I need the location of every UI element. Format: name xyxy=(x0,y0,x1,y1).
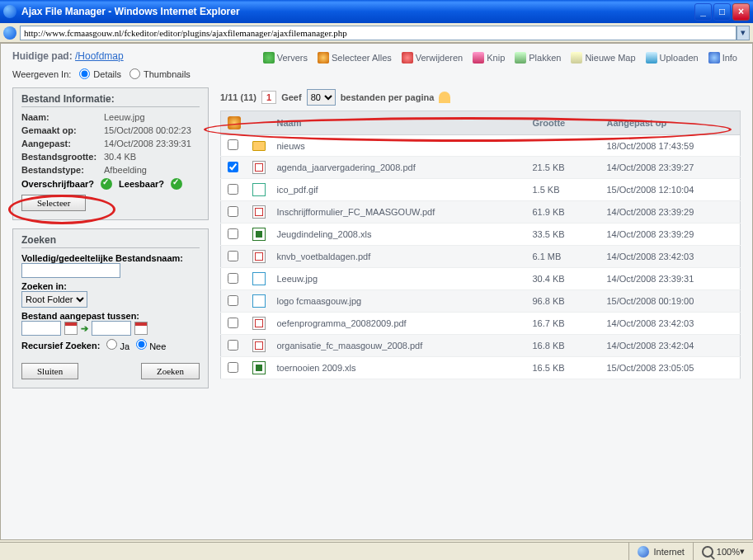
close-button[interactable]: Sluiten xyxy=(21,363,78,379)
row-checkbox[interactable] xyxy=(228,318,238,328)
table-row[interactable]: knvb_voetbaldagen.pdf6.1 MB14/Oct/2008 2… xyxy=(221,246,741,268)
row-checkbox[interactable] xyxy=(228,273,238,284)
file-modified: 14/Oct/2008 23:39:29 xyxy=(600,224,741,246)
status-bar: Internet 100% ▾ xyxy=(0,542,753,560)
new-folder-button[interactable]: Nieuwe Map xyxy=(567,50,638,65)
table-row[interactable]: toernooien 2009.xls16.5 KB15/Oct/2008 23… xyxy=(221,357,741,379)
table-row[interactable]: Jeugdindeling_2008.xls33.5 KB14/Oct/2008… xyxy=(221,224,741,246)
search-filename-input[interactable] xyxy=(21,263,120,278)
pager-current-page[interactable]: 1 xyxy=(261,91,276,104)
magnifier-icon xyxy=(702,546,713,558)
pager: 1/11 (11) 1 Geef 80 bestanden per pagina xyxy=(220,87,741,111)
arrow-right-icon: ➔ xyxy=(81,323,88,334)
file-size: 61.9 KB xyxy=(526,201,600,224)
table-row[interactable]: oefenprogramma_20082009.pdf16.7 KB14/Oct… xyxy=(221,313,741,335)
row-checkbox[interactable] xyxy=(228,251,238,261)
jpg-icon xyxy=(252,272,266,285)
file-size: 33.5 KB xyxy=(526,224,600,246)
new-folder-icon xyxy=(571,52,582,64)
file-name: knvb_voetbaldagen.pdf xyxy=(271,246,526,268)
table-row[interactable]: ico_pdf.gif1.5 KB15/Oct/2008 12:10:04 xyxy=(221,179,741,201)
file-size: 96.8 KB xyxy=(526,290,600,313)
search-folder-select[interactable]: Root Folder xyxy=(21,291,87,308)
check-icon xyxy=(171,178,182,190)
col-name[interactable]: Naam xyxy=(271,111,526,135)
cut-icon xyxy=(473,52,484,64)
zoom-control[interactable]: 100% ▾ xyxy=(693,543,753,560)
file-modified: 15/Oct/2008 00:19:00 xyxy=(600,290,741,313)
upload-icon xyxy=(646,52,657,64)
file-name: organisatie_fc_maasgouw_2008.pdf xyxy=(271,335,526,357)
table-row[interactable]: agenda_jaarvergadering_2008.pdf21.5 KB14… xyxy=(221,157,741,179)
table-row[interactable]: Leeuw.jpg30.4 KB14/Oct/2008 23:39:31 xyxy=(221,268,741,290)
breadcrumb-root-link[interactable]: /Hoofdmap xyxy=(75,50,124,62)
pdf-icon xyxy=(252,161,266,174)
pdf-icon xyxy=(252,317,266,330)
select-all-icon xyxy=(318,52,329,64)
col-modified[interactable]: Aangepast op xyxy=(600,111,741,135)
palm-icon xyxy=(439,92,450,103)
refresh-button[interactable]: Ververs xyxy=(260,50,311,65)
file-name: logo fcmaasgouw.jpg xyxy=(271,290,526,313)
file-name: toernooien 2009.xls xyxy=(271,357,526,379)
cut-button[interactable]: Knip xyxy=(469,50,508,65)
row-checkbox[interactable] xyxy=(228,184,238,195)
file-modified: 15/Oct/2008 23:05:05 xyxy=(600,357,741,379)
date-from-input[interactable] xyxy=(21,321,61,336)
view-thumbnails-radio[interactable] xyxy=(129,68,140,79)
file-modified: 14/Oct/2008 23:42:03 xyxy=(600,313,741,335)
file-size xyxy=(526,135,600,157)
url-input[interactable] xyxy=(20,26,737,40)
minimize-button[interactable]: _ xyxy=(694,3,712,21)
row-checkbox[interactable] xyxy=(228,340,238,351)
paste-icon xyxy=(515,52,526,64)
select-button[interactable]: Selecteer xyxy=(21,195,86,211)
pdf-icon xyxy=(252,250,266,263)
view-details-radio[interactable] xyxy=(79,68,90,79)
calendar-icon[interactable] xyxy=(134,322,148,335)
info-type: Afbeelding xyxy=(104,165,200,175)
col-icon xyxy=(246,111,271,135)
col-check xyxy=(221,111,246,135)
row-checkbox[interactable] xyxy=(228,295,238,306)
file-modified: 14/Oct/2008 23:39:27 xyxy=(600,157,741,179)
select-all-button[interactable]: Selecteer Alles xyxy=(314,50,395,65)
page-icon xyxy=(3,26,16,40)
row-checkbox[interactable] xyxy=(228,162,238,172)
pdf-icon xyxy=(252,205,266,219)
xls-icon xyxy=(252,361,266,374)
upload-button[interactable]: Uploaden xyxy=(642,50,702,65)
search-heading: Zoeken xyxy=(21,234,200,248)
recursive-yes-radio[interactable] xyxy=(106,339,117,350)
url-dropdown[interactable]: ▾ xyxy=(737,26,750,40)
calendar-icon[interactable] xyxy=(64,322,78,335)
refresh-icon xyxy=(263,52,275,64)
pager-summary: 1/11 (11) xyxy=(220,92,256,102)
date-to-input[interactable] xyxy=(92,321,131,336)
row-checkbox[interactable] xyxy=(228,139,238,150)
table-row[interactable]: nieuws18/Oct/2008 17:43:59 xyxy=(221,135,741,157)
file-modified: 14/Oct/2008 23:42:03 xyxy=(600,246,741,268)
check-icon xyxy=(101,178,112,190)
paste-button[interactable]: Plakken xyxy=(511,50,564,65)
file-name: Jeugdindeling_2008.xls xyxy=(271,224,526,246)
row-checkbox[interactable] xyxy=(228,228,238,239)
table-row[interactable]: organisatie_fc_maasgouw_2008.pdf16.8 KB1… xyxy=(221,335,741,357)
close-button[interactable]: × xyxy=(732,3,750,21)
jpg-icon xyxy=(252,294,266,308)
gif-icon xyxy=(252,183,266,196)
file-name: nieuws xyxy=(271,135,526,157)
col-size[interactable]: Grootte xyxy=(526,111,600,135)
per-page-select[interactable]: 80 xyxy=(307,89,336,106)
file-size: 21.5 KB xyxy=(526,157,600,179)
table-row[interactable]: logo fcmaasgouw.jpg96.8 KB15/Oct/2008 00… xyxy=(221,290,741,313)
info-button[interactable]: Info xyxy=(705,50,741,65)
search-button[interactable]: Zoeken xyxy=(141,363,200,379)
row-checkbox[interactable] xyxy=(228,206,238,217)
table-row[interactable]: Inschrijfformulier_FC_MAASGOUW.pdf61.9 K… xyxy=(221,201,741,224)
delete-button[interactable]: Verwijderen xyxy=(398,50,466,65)
maximize-button[interactable]: □ xyxy=(713,3,731,21)
row-checkbox[interactable] xyxy=(228,362,238,373)
ie-icon xyxy=(3,5,16,18)
recursive-no-radio[interactable] xyxy=(136,339,147,350)
